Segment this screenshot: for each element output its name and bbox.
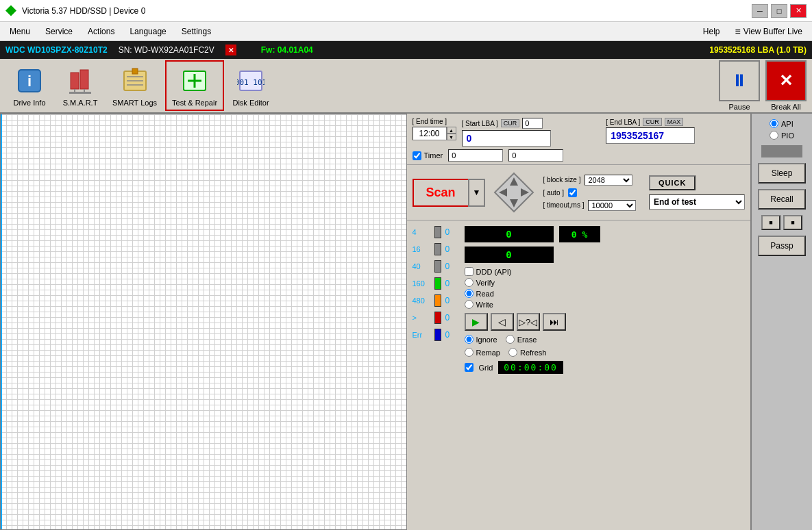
timer-second-input[interactable]	[508, 149, 563, 162]
write-radio[interactable]	[465, 300, 473, 309]
mode-indicator	[761, 145, 802, 157]
block-size-label: [ block size ]	[543, 176, 580, 184]
timer-checkbox[interactable]	[413, 151, 421, 160]
grid-label: Grid	[479, 364, 493, 372]
api-label: API	[781, 120, 793, 128]
end-lba-label: [ End LBA ]	[606, 118, 640, 126]
scan-dropdown-arrow[interactable]: ▼	[468, 179, 486, 207]
drive-info-icon: i	[13, 64, 46, 97]
test-repair-icon	[178, 64, 211, 97]
end-lba-max-badge: MAX	[665, 118, 684, 126]
ignore-radio[interactable]	[465, 335, 473, 344]
scan-grid	[1, 114, 406, 529]
verify-label: Verify	[476, 279, 495, 287]
sleep-button[interactable]: Sleep	[758, 163, 806, 184]
minimize-button[interactable]: ─	[752, 4, 768, 18]
break-all-button[interactable]: ✕	[765, 60, 807, 101]
verify-radio[interactable]	[465, 278, 473, 287]
remap-label: Remap	[476, 349, 500, 357]
scan-button[interactable]: Scan	[413, 179, 468, 207]
pio-label: PIO	[781, 131, 794, 140]
play-button[interactable]: ▶	[465, 313, 488, 331]
menu-item-help[interactable]: Help	[696, 24, 727, 39]
auto-checkbox[interactable]	[568, 188, 577, 197]
passp-button[interactable]: Passp	[758, 236, 806, 256]
smart-button[interactable]: S.M.A.R.T	[56, 62, 104, 110]
dropdown-arrow-icon: ▼	[473, 188, 481, 197]
stat-4-color	[434, 226, 441, 238]
disk-editor-button[interactable]: 0101 1001 1010 0001 Disk Editor	[227, 62, 275, 110]
list-icon: ≡	[735, 26, 741, 37]
skip-end-button[interactable]: ⏭	[543, 313, 566, 331]
grid-checkbox[interactable]	[465, 363, 473, 372]
refresh-radio[interactable]	[508, 348, 517, 357]
stat-16-label: 16	[413, 245, 430, 253]
end-time-label: [ End time ]	[413, 118, 456, 125]
stat-16-color	[434, 243, 441, 255]
maximize-button[interactable]: □	[771, 4, 787, 18]
menu-item-settings[interactable]: Settings	[175, 24, 218, 39]
time-up-button[interactable]: ▲	[447, 127, 456, 134]
end-of-test-select[interactable]: End of test	[649, 194, 745, 210]
drive-info-button[interactable]: i Drive Info	[5, 62, 53, 110]
menu-item-menu[interactable]: Menu	[3, 24, 37, 39]
block-size-select[interactable]: 2048	[585, 175, 632, 186]
end-time-input[interactable]	[413, 127, 447, 140]
scan-dropdown: Scan ▼	[413, 179, 486, 207]
drive-close-button[interactable]: ✕	[225, 45, 236, 55]
view-buffer-live[interactable]: ≡ View Buffer Live	[728, 23, 809, 40]
start-lba-label: [ Start LBA ]	[462, 120, 498, 127]
app-icon	[5, 5, 16, 16]
time-down-button[interactable]: ▼	[447, 134, 456, 140]
rewind-button[interactable]: ◁	[491, 313, 514, 331]
stat-err-value: 0	[445, 330, 459, 340]
drive-name: WDC WD10SPZX-80Z10T2	[5, 45, 108, 55]
read-radio[interactable]	[465, 289, 473, 298]
timer-input[interactable]	[448, 149, 503, 162]
smart-logs-icon	[119, 64, 151, 97]
stat-160-color	[434, 277, 441, 290]
read-label: Read	[476, 290, 494, 298]
disk-editor-icon: 0101 1001 1010 0001	[234, 64, 267, 97]
small-btn-1[interactable]: ■	[761, 215, 780, 230]
percent-value: 0	[571, 229, 577, 240]
progress-bar-1: 0	[465, 226, 554, 242]
cur-value-input[interactable]	[522, 118, 543, 129]
pause-button[interactable]: ⏸	[719, 60, 760, 101]
smart-logs-label: SMART Logs	[112, 99, 157, 107]
drive-serial: SN: WD-WX92AA01FC2V	[119, 45, 214, 55]
close-button[interactable]: ✕	[790, 4, 807, 18]
svg-rect-2	[71, 73, 79, 89]
menu-item-service[interactable]: Service	[38, 24, 79, 39]
recall-button[interactable]: Recall	[758, 189, 806, 210]
menu-item-language[interactable]: Language	[123, 24, 173, 39]
test-repair-label: Test & Repair	[172, 99, 217, 107]
percent-sign: %	[577, 229, 588, 240]
stat-480-value: 0	[445, 296, 459, 305]
pio-radio[interactable]	[770, 131, 778, 140]
menu-bar: Menu Service Actions Language Settings H…	[0, 22, 812, 41]
smart-logs-button[interactable]: SMART Logs	[107, 62, 162, 110]
svg-text:0101
1001
1010
0001: 0101 1001 1010 0001	[237, 78, 264, 87]
grid-timer: 00:00:00	[498, 361, 563, 374]
smart-label: S.M.A.R.T	[63, 99, 98, 107]
stat-more-value: 0	[445, 313, 459, 323]
stat-more-color	[434, 312, 441, 324]
toolbar: i Drive Info S.M.A.R.T	[0, 59, 812, 114]
stat-4-value: 0	[445, 227, 459, 237]
erase-radio[interactable]	[506, 335, 515, 344]
percent-bar: 0 %	[559, 226, 600, 242]
ddd-api-checkbox[interactable]	[465, 267, 473, 276]
api-radio[interactable]	[770, 119, 778, 128]
title-bar: Victoria 5.37 HDD/SSD | Device 0 ─ □ ✕	[0, 0, 812, 22]
step-fwd-button[interactable]: ▷?◁	[517, 313, 540, 331]
small-btn-2[interactable]: ■	[783, 215, 802, 230]
stat-40-color	[434, 260, 441, 273]
quick-button[interactable]: QUICK	[649, 175, 696, 190]
start-lba-input[interactable]	[462, 130, 551, 147]
remap-radio[interactable]	[465, 348, 473, 357]
menu-item-actions[interactable]: Actions	[81, 24, 121, 39]
end-lba-input[interactable]	[606, 127, 695, 144]
timeout-select[interactable]: 10000	[588, 200, 636, 211]
test-repair-button[interactable]: Test & Repair	[165, 60, 224, 111]
